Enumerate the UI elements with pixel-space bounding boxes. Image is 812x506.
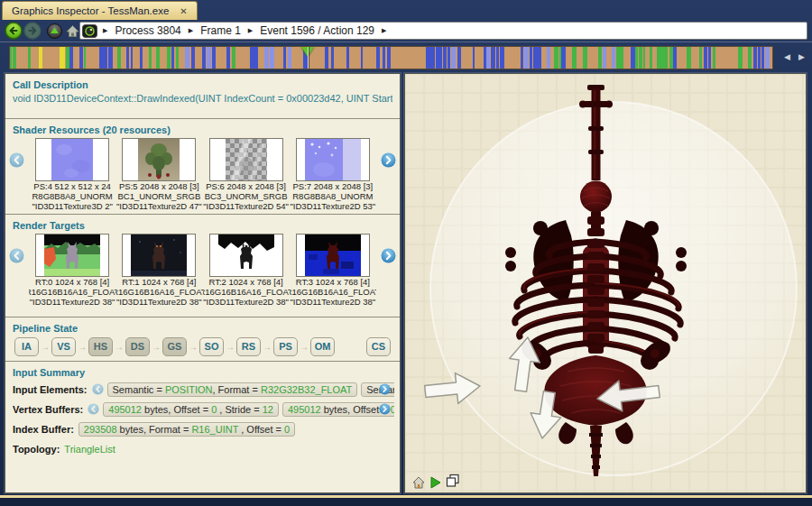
- timeline-event-stripe[interactable]: [583, 47, 587, 69]
- timeline-event-stripe[interactable]: [561, 47, 565, 69]
- capture-icon[interactable]: [82, 24, 97, 38]
- vertex-buffers-scroll-left-button[interactable]: [88, 403, 99, 415]
- timeline-event-stripe[interactable]: [117, 47, 120, 69]
- timeline-event-stripe[interactable]: [547, 47, 550, 69]
- timeline-event-stripe[interactable]: [212, 47, 216, 69]
- stage-button-so[interactable]: SO: [199, 337, 224, 356]
- timeline-event-stripe[interactable]: [79, 47, 83, 69]
- timeline-event-stripe[interactable]: [438, 47, 441, 69]
- timeline-event-stripe[interactable]: [383, 47, 386, 69]
- timeline-bar[interactable]: [9, 46, 773, 69]
- timeline-event-stripe[interactable]: [753, 47, 756, 69]
- timeline-event-stripe[interactable]: [167, 47, 171, 69]
- timeline-event-stripe[interactable]: [521, 47, 523, 69]
- shader-resource-item-3[interactable]: PS:7 2048 x 2048 [3] R8G8B8A8_UNORM "ID3…: [290, 138, 376, 211]
- stage-button-ds[interactable]: DS: [125, 337, 150, 356]
- timeline-event-stripe[interactable]: [376, 47, 380, 69]
- timeline-event-stripe[interactable]: [254, 47, 258, 69]
- timeline-event-stripe[interactable]: [283, 47, 286, 69]
- input-element-pill[interactable]: Semantic = POSITION, Format = R32G32B32_…: [107, 382, 358, 397]
- timeline-event-stripe[interactable]: [66, 47, 69, 69]
- timeline-event-stripe[interactable]: [84, 47, 86, 69]
- stage-button-gs[interactable]: GS: [162, 337, 187, 356]
- timeline-event-stripe[interactable]: [426, 47, 429, 69]
- viewport-panel[interactable]: [404, 73, 807, 493]
- index-buffer-pill[interactable]: 293508 bytes, Format = R16_UINT , Offset…: [78, 422, 295, 437]
- timeline-event-stripe[interactable]: [758, 47, 761, 69]
- timeline-event-stripe[interactable]: [612, 47, 615, 69]
- timeline-event-stripe[interactable]: [451, 47, 455, 69]
- timeline-event-stripe[interactable]: [126, 47, 129, 69]
- timeline-event-stripe[interactable]: [131, 47, 133, 69]
- timeline-event-stripe[interactable]: [704, 47, 707, 69]
- timeline-event-stripe[interactable]: [572, 47, 577, 69]
- vertex-buffer-pill[interactable]: 495012 bytes, Offset = 0 , Stride = 12: [282, 402, 394, 417]
- timeline-event-stripe[interactable]: [484, 47, 485, 69]
- timeline-event-stripe[interactable]: [156, 47, 160, 69]
- timeline-event-stripe[interactable]: [536, 47, 540, 69]
- timeline-event-stripe[interactable]: [643, 47, 645, 69]
- timeline-event-stripe[interactable]: [598, 47, 602, 69]
- timeline-event-stripe[interactable]: [331, 47, 335, 69]
- timeline-event-stripe[interactable]: [650, 47, 652, 69]
- forward-button[interactable]: [23, 22, 42, 40]
- timeline-event-stripe[interactable]: [713, 47, 715, 69]
- rt-scroll-left-button[interactable]: [9, 248, 24, 263]
- timeline-event-stripe[interactable]: [430, 47, 434, 69]
- timeline-event-stripe[interactable]: [664, 47, 667, 69]
- timeline-event-stripe[interactable]: [325, 47, 328, 69]
- timeline-event-stripe[interactable]: [108, 47, 112, 69]
- input-elements-scroll-left-button[interactable]: [92, 383, 104, 395]
- timeline-event-stripe[interactable]: [443, 47, 447, 69]
- shader-resource-item-1[interactable]: PS:5 2048 x 2048 [3] BC1_UNORM_SRGB "ID3…: [115, 138, 202, 211]
- timeline-event-stripe[interactable]: [202, 47, 205, 69]
- timeline-event-stripe[interactable]: [524, 47, 529, 69]
- shader-resource-item-2[interactable]: PS:6 2048 x 2048 [3] BC3_UNORM_SRGB "ID3…: [203, 138, 290, 211]
- timeline-event-stripe[interactable]: [176, 47, 179, 69]
- timeline-event-stripe[interactable]: [13, 47, 16, 69]
- timeline-event-stripe[interactable]: [761, 47, 765, 69]
- timeline-event-stripe[interactable]: [699, 47, 701, 69]
- vertex-buffer-pill[interactable]: 495012 bytes, Offset = 0 , Stride = 12: [103, 402, 279, 417]
- timeline-event-stripe[interactable]: [473, 47, 475, 69]
- timeline-event-stripe[interactable]: [207, 47, 211, 69]
- timeline-event-stripe[interactable]: [448, 47, 450, 69]
- timeline-event-stripe[interactable]: [185, 47, 189, 69]
- breadcrumb-process[interactable]: Process 3804: [109, 24, 186, 37]
- timeline-scroll-right-icon[interactable]: ▶: [798, 52, 805, 61]
- timeline-event-stripe[interactable]: [226, 47, 230, 69]
- timeline-event-stripe[interactable]: [486, 47, 490, 69]
- timeline-event-stripe[interactable]: [191, 47, 195, 69]
- timeline-event-stripe[interactable]: [387, 47, 390, 69]
- shader-scroll-right-button[interactable]: [381, 152, 396, 168]
- rt-scroll-right-button[interactable]: [381, 248, 396, 263]
- stage-button-ps[interactable]: PS: [273, 337, 298, 356]
- timeline-event-stripe[interactable]: [496, 47, 499, 69]
- timeline-event-stripe[interactable]: [28, 47, 31, 69]
- timeline-event-stripe[interactable]: [491, 47, 495, 69]
- timeline-event-stripe[interactable]: [738, 47, 743, 69]
- stage-button-om[interactable]: OM: [310, 337, 335, 356]
- timeline-event-stripe[interactable]: [500, 47, 504, 69]
- timeline-event-stripe[interactable]: [765, 47, 770, 69]
- timeline-event-stripe[interactable]: [103, 47, 107, 69]
- shader-resource-item-0[interactable]: PS:4 512 x 512 x 24 R8G8B8A8_UNORM "ID3D…: [29, 138, 115, 211]
- timeline-event-stripe[interactable]: [457, 47, 462, 69]
- document-tab[interactable]: Graphics Inspector - TessMan.exe ✕: [2, 1, 198, 20]
- render-target-item-0[interactable]: RT:0 1024 x 768 [4] R16G16B16A16_FLOAT "…: [29, 234, 115, 307]
- timeline-event-stripe[interactable]: [346, 47, 349, 69]
- timeline-event-stripe[interactable]: [619, 47, 623, 69]
- timeline-event-stripe[interactable]: [361, 47, 363, 69]
- timeline-event-stripe[interactable]: [673, 47, 677, 69]
- timeline-event-stripe[interactable]: [554, 47, 558, 69]
- timeline-event-stripe[interactable]: [171, 47, 174, 69]
- tab-close-icon[interactable]: ✕: [178, 6, 189, 16]
- timeline-event-stripe[interactable]: [69, 47, 72, 69]
- vertex-buffers-scroll-right-button[interactable]: [379, 403, 391, 415]
- timeline-event-stripe[interactable]: [270, 47, 274, 69]
- timeline-event-stripe[interactable]: [687, 47, 691, 69]
- render-target-item-1[interactable]: RT:1 1024 x 768 [4] R16G16B16A16_FLOAT "…: [115, 234, 202, 307]
- render-target-item-3[interactable]: RT:3 1024 x 768 [4] R16G16B16A16_FLOAT "…: [290, 234, 376, 307]
- timeline-event-stripe[interactable]: [708, 47, 711, 69]
- breadcrumb-event[interactable]: Event 1596 / Action 129: [254, 24, 380, 37]
